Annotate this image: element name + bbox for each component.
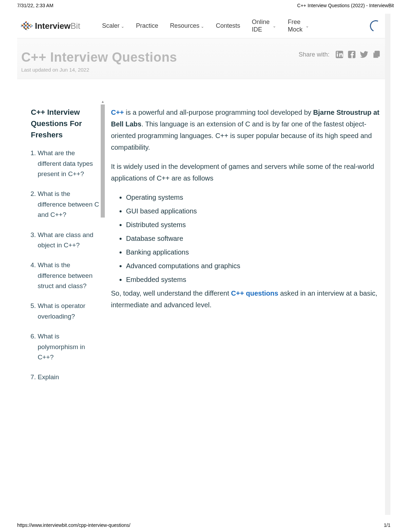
body-row: ▲ C++ Interview Questions For Freshers W…: [17, 79, 385, 515]
last-updated: Last updated on Jun 14, 2022: [21, 67, 381, 73]
top-nav: InterviewBit Scaler⌄ Practice Resources⌄…: [17, 14, 385, 38]
text: is a powerful and all-purpose programmin…: [124, 109, 313, 116]
brand-main: Interview: [35, 21, 71, 30]
sidebar-scrollbar-thumb[interactable]: [101, 104, 105, 218]
toc-item[interactable]: What is operator overloading?: [38, 301, 99, 322]
chevron-down-icon: ⌄: [201, 24, 204, 29]
nav-free-mock-l1: Free: [288, 18, 300, 25]
nav-scaler-label: Scaler: [102, 22, 120, 29]
article-content: C++ is a powerful and all-purpose progra…: [103, 107, 385, 515]
list-item: Banking applications: [126, 246, 385, 258]
logo-icon: [20, 21, 33, 31]
intro-paragraph-1: C++ is a powerful and all-purpose progra…: [111, 107, 385, 153]
nav-free-mock-l2: Mock: [288, 26, 302, 33]
twitter-icon[interactable]: [360, 50, 369, 59]
brand-suffix: Bit: [71, 21, 80, 30]
toc-heading: C++ Interview Questions For Freshers: [31, 107, 99, 140]
facebook-icon[interactable]: [347, 50, 356, 59]
svg-point-2: [337, 52, 338, 53]
linkedin-icon[interactable]: [335, 50, 344, 59]
profile-loading-icon[interactable]: [368, 18, 383, 34]
toc-item[interactable]: What is polymorphism in C++?: [38, 331, 99, 362]
toc-item[interactable]: What are class and object in C++?: [38, 230, 99, 251]
toc-item[interactable]: Explain: [38, 372, 99, 382]
list-item: Distributed systems: [126, 219, 385, 231]
applications-list: Operating systems GUI based applications…: [111, 191, 385, 285]
nav-contests[interactable]: Contests: [216, 22, 240, 29]
nav-online-ide[interactable]: Online IDE ⌄: [252, 18, 276, 33]
print-timestamp: 7/31/22, 2:33 AM: [17, 3, 53, 8]
list-item: Embedded systems: [126, 274, 385, 285]
nav-online-ide-l1: Online: [252, 18, 270, 25]
cpp-link[interactable]: C++: [111, 109, 124, 116]
scroll-down-icon[interactable]: ▼: [386, 510, 390, 515]
logo[interactable]: InterviewBit: [20, 21, 80, 31]
print-header: 7/31/22, 2:33 AM C++ Interview Questions…: [0, 0, 411, 10]
list-item: GUI based applications: [126, 205, 385, 217]
nav-practice[interactable]: Practice: [136, 22, 158, 29]
intro-paragraph-2: It is widely used in the development of …: [111, 161, 385, 184]
list-item: Database software: [126, 233, 385, 244]
list-item: Operating systems: [126, 191, 385, 203]
svg-rect-1: [337, 53, 338, 57]
nav-online-ide-l2: IDE: [252, 26, 262, 33]
nav-resources-label: Resources: [170, 22, 199, 29]
toc-list: What are the different data types presen…: [31, 148, 99, 383]
text: So, today, well understand the different: [111, 289, 231, 297]
toc-item[interactable]: What are the different data types presen…: [38, 148, 99, 179]
page-header: C++ Interview Questions Share with: Last…: [17, 38, 385, 79]
chevron-down-icon: ⌄: [121, 24, 124, 29]
nav-free-mock[interactable]: Free Mock ⌄: [288, 18, 309, 33]
intro-paragraph-3: So, today, well understand the different…: [111, 287, 385, 311]
page-title: C++ Interview Questions: [21, 50, 177, 65]
print-page-number: 1/1: [384, 522, 390, 528]
toc-sidebar: ▲ C++ Interview Questions For Freshers W…: [17, 107, 103, 515]
chevron-down-icon: ⌄: [306, 24, 309, 28]
share-block: Share with:: [299, 50, 381, 59]
nav-resources[interactable]: Resources⌄: [170, 22, 204, 29]
copy-link-icon[interactable]: [372, 50, 381, 59]
sidebar-scroll-up-icon[interactable]: ▲: [101, 100, 105, 103]
text: . This language is an extension of C and…: [111, 120, 372, 151]
chevron-down-icon: ⌄: [273, 24, 276, 28]
print-url: https://www.interviewbit.com/cpp-intervi…: [17, 522, 130, 528]
print-doc-title: C++ Interview Questions (2022) - Intervi…: [297, 3, 394, 8]
page-viewport: ▲ ▼ InterviewBit Scaler⌄ Practice Resour…: [17, 14, 390, 515]
print-footer: https://www.interviewbit.com/cpp-intervi…: [17, 522, 390, 528]
list-item: Advanced computations and graphics: [126, 260, 385, 272]
share-label: Share with:: [299, 51, 329, 58]
toc-item[interactable]: What is the difference between struct an…: [38, 260, 99, 291]
nav-scaler[interactable]: Scaler⌄: [102, 22, 124, 29]
toc-item[interactable]: What is the difference between C and C++…: [38, 189, 99, 220]
main-scrollbar-thumb[interactable]: [386, 18, 390, 39]
cpp-questions-link[interactable]: C++ questions: [231, 289, 278, 297]
scroll-up-icon[interactable]: ▲: [386, 14, 390, 18]
